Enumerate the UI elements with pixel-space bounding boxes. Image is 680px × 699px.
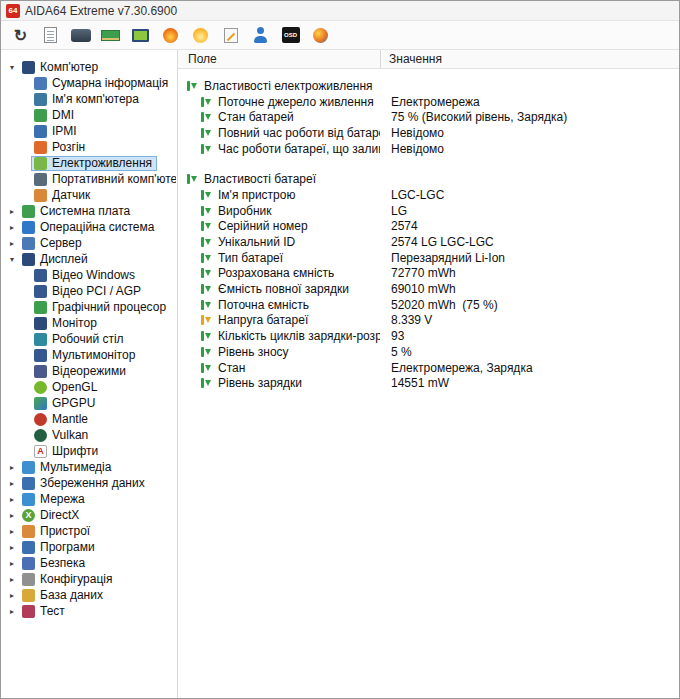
chevron-expanded-icon[interactable]: ▾: [5, 63, 19, 72]
chevron-collapsed-icon[interactable]: ▸: [5, 543, 19, 552]
chevron-collapsed-icon[interactable]: ▸: [5, 591, 19, 600]
sidebar-item-computer[interactable]: ▾Комп'ютер: [5, 59, 177, 75]
section-header-row[interactable]: Властивості електроживлення: [178, 78, 679, 94]
chevron-collapsed-icon[interactable]: ▸: [5, 239, 19, 248]
sidebar-item-multimonitor[interactable]: Мультимонітор: [5, 347, 177, 363]
chevron-collapsed-icon[interactable]: ▸: [5, 479, 19, 488]
sidebar-item-body[interactable]: Портативний комп'ютер: [31, 172, 177, 187]
table-row[interactable]: Рівень зносу5 %: [178, 344, 679, 360]
table-row[interactable]: Серійний номер2574: [178, 219, 679, 235]
sidebar-item-computer-name[interactable]: Ім'я комп'ютера: [5, 91, 177, 107]
sidebar-item-fonts[interactable]: AШрифти: [5, 443, 177, 459]
chevron-collapsed-icon[interactable]: ▸: [5, 559, 19, 568]
sidebar-item-body[interactable]: IPMI: [31, 124, 82, 139]
chevron-collapsed-icon[interactable]: ▸: [5, 223, 19, 232]
section-header-row[interactable]: Властивості батареї: [178, 171, 679, 187]
sidebar-item-network[interactable]: ▸Мережа: [5, 491, 177, 507]
osd-button[interactable]: OSD: [277, 23, 304, 48]
sidebar-item-test[interactable]: ▸Тест: [5, 603, 177, 619]
chevron-collapsed-icon[interactable]: ▸: [5, 511, 19, 520]
table-row[interactable]: Розрахована ємність72770 mWh: [178, 266, 679, 282]
sidebar-item-display[interactable]: ▾Дисплей: [5, 251, 177, 267]
sidebar-item-body[interactable]: Графічний процесор: [31, 300, 171, 315]
sidebar-item-body[interactable]: XDirectX: [19, 508, 84, 523]
sidebar-item-gpu[interactable]: Графічний процесор: [5, 299, 177, 315]
sidebar-item-body[interactable]: Сумарна інформація: [31, 76, 173, 91]
sidebar-item-server[interactable]: ▸Сервер: [5, 235, 177, 251]
table-row[interactable]: Напруга батареї8.339 V: [178, 313, 679, 329]
sidebar-item-motherboard[interactable]: ▸Системна плата: [5, 203, 177, 219]
chevron-collapsed-icon[interactable]: ▸: [5, 207, 19, 216]
audit-button[interactable]: [247, 23, 274, 48]
sidebar-item-body[interactable]: Конфігурація: [19, 572, 117, 587]
sidebar-item-body[interactable]: Мультимонітор: [31, 348, 140, 363]
sidebar-item-body[interactable]: GPGPU: [31, 396, 100, 411]
sidebar-item-dmi[interactable]: DMI: [5, 107, 177, 123]
sidebar-item-vulkan[interactable]: Vulkan: [5, 427, 177, 443]
sidebar-item-summary[interactable]: Сумарна інформація: [5, 75, 177, 91]
sidebar-item-body[interactable]: Ім'я комп'ютера: [31, 92, 144, 107]
sidebar-item-monitor[interactable]: Монітор: [5, 315, 177, 331]
sidebar-item-gpgpu[interactable]: GPGPU: [5, 395, 177, 411]
sidebar-item-body[interactable]: Відео Windows: [31, 268, 140, 283]
sidebar-item-opengl[interactable]: OpenGL: [5, 379, 177, 395]
sidebar-item-video-windows[interactable]: Відео Windows: [5, 267, 177, 283]
table-row[interactable]: СтанЕлектромережа, Зарядка: [178, 360, 679, 376]
sidebar-item-body[interactable]: Відеорежими: [31, 364, 131, 379]
sidebar-item-overclock[interactable]: Розгін: [5, 139, 177, 155]
sidebar-item-body[interactable]: Безпека: [19, 556, 90, 571]
refresh-button[interactable]: [7, 23, 34, 48]
sidebar-item-body[interactable]: OpenGL: [31, 380, 102, 395]
category-tree[interactable]: ▾Комп'ютерСумарна інформаціяІм'я комп'ют…: [1, 50, 178, 698]
table-row[interactable]: Рівень зарядки14551 mW: [178, 375, 679, 391]
sidebar-item-body[interactable]: Системна плата: [19, 204, 135, 219]
flame-button[interactable]: [187, 23, 214, 48]
sidebar-item-video-pci[interactable]: Відео PCI / AGP: [5, 283, 177, 299]
sidebar-item-body[interactable]: Операційна система: [19, 220, 159, 235]
sidebar-item-body[interactable]: Датчик: [31, 188, 95, 203]
sidebar-item-sensor[interactable]: Датчик: [5, 187, 177, 203]
sidebar-item-body[interactable]: Vulkan: [31, 428, 93, 443]
table-row[interactable]: Ім'я пристроюLGC-LGC: [178, 187, 679, 203]
sidebar-item-power[interactable]: Електроживлення: [5, 155, 177, 171]
sidebar-item-body[interactable]: Сервер: [19, 236, 87, 251]
table-row[interactable]: Час роботи батареї, що залиш...Невідомо: [178, 141, 679, 157]
sidebar-item-ipmi[interactable]: IPMI: [5, 123, 177, 139]
sidebar-item-programs[interactable]: ▸Програми: [5, 539, 177, 555]
sidebar-item-multimedia[interactable]: ▸Мультимедіа: [5, 459, 177, 475]
table-row[interactable]: Повний час роботи від батареїНевідомо: [178, 125, 679, 141]
sidebar-item-body[interactable]: Мультимедіа: [19, 460, 116, 475]
table-row[interactable]: Стан батарей75 % (Високий рівень, Зарядк…: [178, 109, 679, 125]
table-row[interactable]: Поточна ємність52020 mWh (75 %): [178, 297, 679, 313]
chevron-collapsed-icon[interactable]: ▸: [5, 463, 19, 472]
table-row[interactable]: ВиробникLG: [178, 203, 679, 219]
column-header-value[interactable]: Значення: [380, 50, 679, 68]
table-row[interactable]: Тип батареїПерезарядний Li-Ion: [178, 250, 679, 266]
table-row[interactable]: Поточне джерело живленняЕлектромережа: [178, 94, 679, 110]
sidebar-item-body[interactable]: AШрифти: [31, 444, 103, 459]
sidebar-item-directx[interactable]: ▸XDirectX: [5, 507, 177, 523]
sidebar-item-mantle[interactable]: Mantle: [5, 411, 177, 427]
sidebar-item-videomodes[interactable]: Відеорежими: [5, 363, 177, 379]
sidebar-item-body[interactable]: DMI: [31, 108, 79, 123]
sidebar-item-config[interactable]: ▸Конфігурація: [5, 571, 177, 587]
notes-button[interactable]: [217, 23, 244, 48]
sidebar-item-body[interactable]: Комп'ютер: [19, 60, 103, 75]
sidebar-item-body[interactable]: Тест: [19, 604, 70, 619]
chevron-collapsed-icon[interactable]: ▸: [5, 495, 19, 504]
sidebar-item-body[interactable]: Відео PCI / AGP: [31, 284, 146, 299]
monitor-test-button[interactable]: [127, 23, 154, 48]
table-row[interactable]: Ємність повної зарядки69010 mWh: [178, 281, 679, 297]
sidebar-item-body[interactable]: Mantle: [31, 412, 93, 427]
sidebar-item-portable[interactable]: Портативний комп'ютер: [5, 171, 177, 187]
sidebar-item-security[interactable]: ▸Безпека: [5, 555, 177, 571]
sidebar-item-body[interactable]: Розгін: [31, 140, 90, 155]
sidebar-item-desktop[interactable]: Робочий стіл: [5, 331, 177, 347]
sidebar-item-body[interactable]: Дисплей: [19, 252, 93, 267]
sidebar-item-body[interactable]: Мережа: [19, 492, 90, 507]
sidebar-item-body[interactable]: Збереження даних: [19, 476, 150, 491]
sidebar-item-selected[interactable]: Електроживлення: [31, 156, 157, 171]
table-row[interactable]: Унікальний ID2574 LG LGC-LGC: [178, 234, 679, 250]
table-row[interactable]: Кількість циклів зарядки-розря...93: [178, 328, 679, 344]
chevron-collapsed-icon[interactable]: ▸: [5, 527, 19, 536]
